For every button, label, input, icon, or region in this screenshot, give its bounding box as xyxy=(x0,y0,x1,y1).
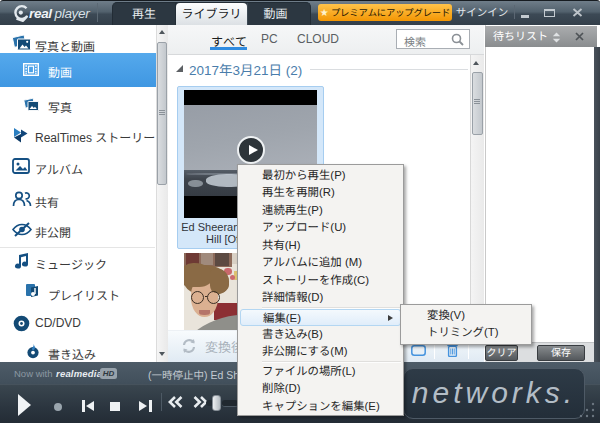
svg-text:real: real xyxy=(29,6,52,21)
svg-text:player: player xyxy=(54,6,91,21)
